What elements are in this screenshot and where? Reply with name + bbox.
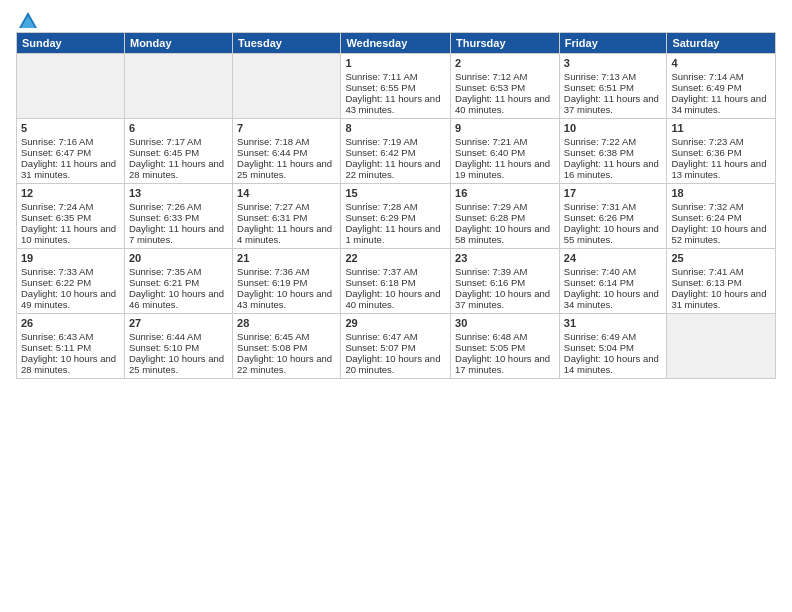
calendar-day-header: Thursday <box>451 33 560 54</box>
calendar-cell: 7Sunrise: 7:18 AMSunset: 6:44 PMDaylight… <box>233 119 341 184</box>
calendar-cell: 1Sunrise: 7:11 AMSunset: 6:55 PMDaylight… <box>341 54 451 119</box>
sunset-text: Sunset: 6:33 PM <box>129 212 228 223</box>
sunrise-text: Sunrise: 7:29 AM <box>455 201 555 212</box>
day-number: 12 <box>21 187 120 199</box>
calendar-cell: 3Sunrise: 7:13 AMSunset: 6:51 PMDaylight… <box>559 54 667 119</box>
daylight-text: Daylight: 11 hours and 43 minutes. <box>345 93 446 115</box>
daylight-text: Daylight: 10 hours and 43 minutes. <box>237 288 336 310</box>
daylight-text: Daylight: 10 hours and 14 minutes. <box>564 353 663 375</box>
sunset-text: Sunset: 5:10 PM <box>129 342 228 353</box>
day-number: 15 <box>345 187 446 199</box>
calendar-week-row: 12Sunrise: 7:24 AMSunset: 6:35 PMDayligh… <box>17 184 776 249</box>
sunset-text: Sunset: 6:28 PM <box>455 212 555 223</box>
calendar-cell: 20Sunrise: 7:35 AMSunset: 6:21 PMDayligh… <box>124 249 232 314</box>
day-number: 6 <box>129 122 228 134</box>
sunrise-text: Sunrise: 7:21 AM <box>455 136 555 147</box>
sunset-text: Sunset: 6:44 PM <box>237 147 336 158</box>
day-number: 25 <box>671 252 771 264</box>
header <box>16 10 776 26</box>
calendar-day-header: Monday <box>124 33 232 54</box>
sunrise-text: Sunrise: 7:13 AM <box>564 71 663 82</box>
sunset-text: Sunset: 6:18 PM <box>345 277 446 288</box>
sunset-text: Sunset: 5:08 PM <box>237 342 336 353</box>
calendar-cell <box>667 314 776 379</box>
sunrise-text: Sunrise: 7:17 AM <box>129 136 228 147</box>
sunrise-text: Sunrise: 7:41 AM <box>671 266 771 277</box>
sunrise-text: Sunrise: 7:18 AM <box>237 136 336 147</box>
calendar-cell <box>233 54 341 119</box>
daylight-text: Daylight: 11 hours and 22 minutes. <box>345 158 446 180</box>
sunrise-text: Sunrise: 7:36 AM <box>237 266 336 277</box>
calendar-day-header: Friday <box>559 33 667 54</box>
daylight-text: Daylight: 10 hours and 49 minutes. <box>21 288 120 310</box>
calendar-cell: 21Sunrise: 7:36 AMSunset: 6:19 PMDayligh… <box>233 249 341 314</box>
daylight-text: Daylight: 10 hours and 58 minutes. <box>455 223 555 245</box>
day-number: 20 <box>129 252 228 264</box>
sunset-text: Sunset: 6:47 PM <box>21 147 120 158</box>
sunrise-text: Sunrise: 7:19 AM <box>345 136 446 147</box>
calendar-day-header: Sunday <box>17 33 125 54</box>
daylight-text: Daylight: 10 hours and 22 minutes. <box>237 353 336 375</box>
calendar-cell: 4Sunrise: 7:14 AMSunset: 6:49 PMDaylight… <box>667 54 776 119</box>
day-number: 4 <box>671 57 771 69</box>
sunset-text: Sunset: 6:36 PM <box>671 147 771 158</box>
sunrise-text: Sunrise: 7:31 AM <box>564 201 663 212</box>
calendar-cell: 14Sunrise: 7:27 AMSunset: 6:31 PMDayligh… <box>233 184 341 249</box>
logo-icon <box>17 10 39 32</box>
daylight-text: Daylight: 10 hours and 46 minutes. <box>129 288 228 310</box>
day-number: 31 <box>564 317 663 329</box>
sunset-text: Sunset: 5:05 PM <box>455 342 555 353</box>
sunset-text: Sunset: 6:35 PM <box>21 212 120 223</box>
sunrise-text: Sunrise: 6:48 AM <box>455 331 555 342</box>
sunrise-text: Sunrise: 7:16 AM <box>21 136 120 147</box>
daylight-text: Daylight: 10 hours and 37 minutes. <box>455 288 555 310</box>
calendar-cell: 22Sunrise: 7:37 AMSunset: 6:18 PMDayligh… <box>341 249 451 314</box>
calendar-header-row: SundayMondayTuesdayWednesdayThursdayFrid… <box>17 33 776 54</box>
calendar-cell: 25Sunrise: 7:41 AMSunset: 6:13 PMDayligh… <box>667 249 776 314</box>
calendar-cell: 27Sunrise: 6:44 AMSunset: 5:10 PMDayligh… <box>124 314 232 379</box>
calendar-week-row: 5Sunrise: 7:16 AMSunset: 6:47 PMDaylight… <box>17 119 776 184</box>
calendar-cell: 8Sunrise: 7:19 AMSunset: 6:42 PMDaylight… <box>341 119 451 184</box>
sunrise-text: Sunrise: 7:11 AM <box>345 71 446 82</box>
daylight-text: Daylight: 11 hours and 13 minutes. <box>671 158 771 180</box>
day-number: 18 <box>671 187 771 199</box>
daylight-text: Daylight: 10 hours and 55 minutes. <box>564 223 663 245</box>
day-number: 24 <box>564 252 663 264</box>
daylight-text: Daylight: 10 hours and 17 minutes. <box>455 353 555 375</box>
sunrise-text: Sunrise: 7:28 AM <box>345 201 446 212</box>
day-number: 11 <box>671 122 771 134</box>
calendar-cell: 31Sunrise: 6:49 AMSunset: 5:04 PMDayligh… <box>559 314 667 379</box>
calendar-week-row: 26Sunrise: 6:43 AMSunset: 5:11 PMDayligh… <box>17 314 776 379</box>
calendar-cell: 9Sunrise: 7:21 AMSunset: 6:40 PMDaylight… <box>451 119 560 184</box>
sunset-text: Sunset: 6:24 PM <box>671 212 771 223</box>
daylight-text: Daylight: 11 hours and 25 minutes. <box>237 158 336 180</box>
sunrise-text: Sunrise: 7:37 AM <box>345 266 446 277</box>
calendar-cell: 19Sunrise: 7:33 AMSunset: 6:22 PMDayligh… <box>17 249 125 314</box>
sunrise-text: Sunrise: 6:44 AM <box>129 331 228 342</box>
daylight-text: Daylight: 11 hours and 34 minutes. <box>671 93 771 115</box>
calendar-cell: 24Sunrise: 7:40 AMSunset: 6:14 PMDayligh… <box>559 249 667 314</box>
sunrise-text: Sunrise: 7:39 AM <box>455 266 555 277</box>
page-container: SundayMondayTuesdayWednesdayThursdayFrid… <box>0 0 792 389</box>
sunset-text: Sunset: 6:42 PM <box>345 147 446 158</box>
sunset-text: Sunset: 5:11 PM <box>21 342 120 353</box>
calendar-cell: 5Sunrise: 7:16 AMSunset: 6:47 PMDaylight… <box>17 119 125 184</box>
sunset-text: Sunset: 6:13 PM <box>671 277 771 288</box>
sunrise-text: Sunrise: 6:43 AM <box>21 331 120 342</box>
day-number: 16 <box>455 187 555 199</box>
daylight-text: Daylight: 10 hours and 25 minutes. <box>129 353 228 375</box>
sunrise-text: Sunrise: 7:26 AM <box>129 201 228 212</box>
calendar-day-header: Wednesday <box>341 33 451 54</box>
calendar-cell: 18Sunrise: 7:32 AMSunset: 6:24 PMDayligh… <box>667 184 776 249</box>
sunset-text: Sunset: 5:04 PM <box>564 342 663 353</box>
daylight-text: Daylight: 10 hours and 20 minutes. <box>345 353 446 375</box>
day-number: 10 <box>564 122 663 134</box>
sunrise-text: Sunrise: 7:12 AM <box>455 71 555 82</box>
calendar-cell: 15Sunrise: 7:28 AMSunset: 6:29 PMDayligh… <box>341 184 451 249</box>
calendar-cell: 26Sunrise: 6:43 AMSunset: 5:11 PMDayligh… <box>17 314 125 379</box>
sunset-text: Sunset: 6:31 PM <box>237 212 336 223</box>
daylight-text: Daylight: 10 hours and 31 minutes. <box>671 288 771 310</box>
sunset-text: Sunset: 6:14 PM <box>564 277 663 288</box>
day-number: 7 <box>237 122 336 134</box>
sunset-text: Sunset: 6:22 PM <box>21 277 120 288</box>
